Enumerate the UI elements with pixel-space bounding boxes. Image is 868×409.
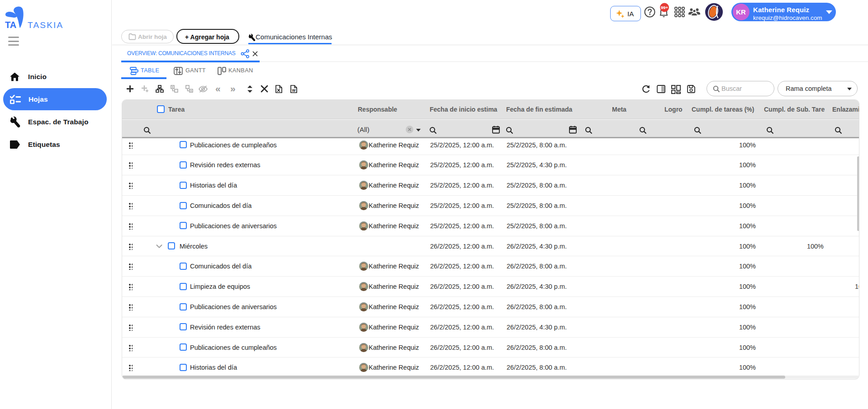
svg-text:TASKIA: TASKIA <box>28 20 63 30</box>
svg-text:TA: TA <box>5 20 16 30</box>
svg-text:99+: 99+ <box>661 5 669 10</box>
svg-text:W: W <box>292 88 296 93</box>
